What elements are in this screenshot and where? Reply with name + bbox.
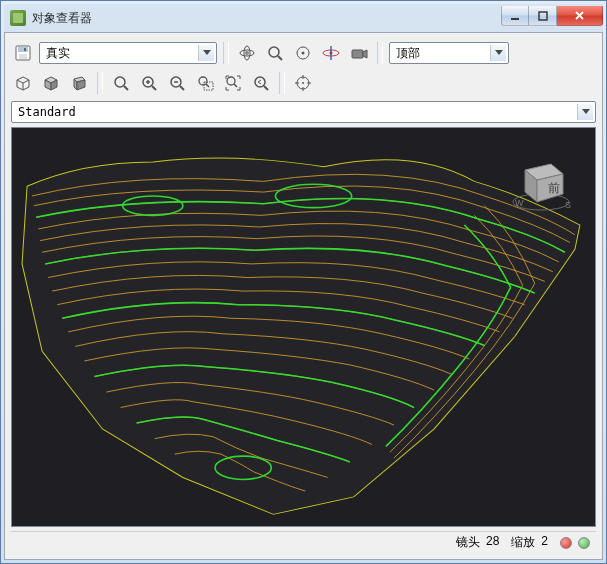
svg-point-8 bbox=[245, 51, 249, 55]
svg-point-9 bbox=[269, 47, 279, 57]
camera-button[interactable] bbox=[347, 41, 371, 65]
svg-point-12 bbox=[302, 52, 305, 55]
svg-rect-0 bbox=[511, 18, 519, 20]
zoom-prev-button[interactable] bbox=[249, 71, 273, 95]
status-leds bbox=[560, 537, 590, 549]
save-button[interactable] bbox=[11, 41, 35, 65]
svg-rect-1 bbox=[539, 12, 547, 20]
pan-button[interactable] bbox=[263, 41, 287, 65]
app-icon bbox=[10, 10, 26, 26]
chevron-down-icon bbox=[577, 104, 593, 120]
zoom-value: 2 bbox=[541, 534, 548, 551]
swivel-icon bbox=[321, 44, 341, 62]
layer-value: Standard bbox=[18, 105, 577, 119]
view-direction-value: 顶部 bbox=[396, 45, 490, 62]
view-direction-select[interactable]: 顶部 bbox=[389, 42, 509, 64]
zoom-in-icon bbox=[140, 74, 158, 92]
toolbar-row-2 bbox=[11, 71, 596, 101]
magnifier-icon bbox=[266, 44, 284, 62]
zoom-out-icon bbox=[168, 74, 186, 92]
svg-point-29 bbox=[227, 77, 235, 85]
svg-line-18 bbox=[124, 86, 128, 90]
zoom-prev-icon bbox=[252, 74, 270, 92]
svg-point-17 bbox=[115, 77, 125, 87]
svg-text:前: 前 bbox=[548, 181, 560, 195]
zoom-out-button[interactable] bbox=[165, 71, 189, 95]
minimize-button[interactable] bbox=[501, 6, 529, 26]
svg-rect-16 bbox=[352, 50, 363, 58]
viewport[interactable]: 前 W S bbox=[11, 127, 596, 527]
box-wire-button[interactable] bbox=[11, 71, 35, 95]
layer-row: Standard bbox=[11, 101, 596, 127]
separator bbox=[279, 72, 285, 94]
maximize-button[interactable] bbox=[529, 6, 557, 26]
orbit-free-button[interactable] bbox=[235, 41, 259, 65]
zoom-in-button[interactable] bbox=[137, 71, 161, 95]
chevron-down-icon bbox=[490, 45, 506, 61]
status-zoom: 缩放 2 bbox=[511, 534, 548, 551]
visual-style-value: 真实 bbox=[46, 45, 198, 62]
svg-line-10 bbox=[278, 56, 282, 60]
chevron-down-icon bbox=[198, 45, 214, 61]
svg-line-32 bbox=[264, 86, 268, 90]
titlebar[interactable]: 对象查看器 bbox=[4, 4, 603, 32]
statusbar: 镜头 28 缩放 2 bbox=[11, 531, 596, 553]
window-title: 对象查看器 bbox=[32, 10, 501, 27]
box-persp-icon bbox=[70, 74, 88, 92]
svg-line-25 bbox=[180, 86, 184, 90]
target-icon bbox=[294, 74, 312, 92]
box-solid-button[interactable] bbox=[39, 71, 63, 95]
zoom-label: 缩放 bbox=[511, 534, 535, 551]
visual-style-select[interactable]: 真实 bbox=[39, 42, 217, 64]
lens-label: 镜头 bbox=[456, 534, 480, 551]
svg-point-26 bbox=[199, 77, 207, 85]
zoom-window-icon bbox=[196, 74, 214, 92]
svg-rect-5 bbox=[24, 48, 26, 51]
zoom-selection-button[interactable] bbox=[291, 41, 315, 65]
toolbar-row-1: 真实 bbox=[11, 39, 596, 71]
svg-rect-4 bbox=[19, 54, 27, 59]
app-window: 对象查看器 真实 bbox=[0, 0, 607, 564]
svg-point-31 bbox=[255, 77, 265, 87]
zoom-extents-icon bbox=[224, 74, 242, 92]
svg-rect-3 bbox=[18, 47, 28, 52]
status-lens: 镜头 28 bbox=[456, 534, 499, 551]
viewcube[interactable]: 前 W S bbox=[505, 146, 577, 218]
separator bbox=[223, 42, 229, 64]
box-wire-icon bbox=[14, 74, 32, 92]
zoom-realtime-button[interactable] bbox=[109, 71, 133, 95]
content-area: 真实 bbox=[4, 32, 603, 560]
close-button[interactable] bbox=[557, 6, 603, 26]
box-solid-icon bbox=[42, 74, 60, 92]
zoom-window-button[interactable] bbox=[193, 71, 217, 95]
viewcube-icon: 前 W S bbox=[505, 146, 577, 218]
svg-point-15 bbox=[330, 52, 333, 55]
box-persp-button[interactable] bbox=[67, 71, 91, 95]
svg-line-30 bbox=[234, 84, 237, 87]
swivel-button[interactable] bbox=[319, 41, 343, 65]
orbit-free-icon bbox=[238, 44, 256, 62]
separator bbox=[377, 42, 383, 64]
status-led-green[interactable] bbox=[578, 537, 590, 549]
separator bbox=[97, 72, 103, 94]
save-icon bbox=[14, 44, 32, 62]
layer-select[interactable]: Standard bbox=[11, 101, 596, 123]
svg-text:S: S bbox=[565, 200, 571, 210]
target-button[interactable] bbox=[291, 71, 315, 95]
camera-icon bbox=[350, 44, 368, 62]
orbit-constrained-icon bbox=[294, 44, 312, 62]
lens-value: 28 bbox=[486, 534, 499, 551]
svg-line-27 bbox=[206, 84, 209, 87]
zoom-extents-button[interactable] bbox=[221, 71, 245, 95]
svg-text:W: W bbox=[515, 198, 524, 208]
svg-point-38 bbox=[302, 82, 304, 84]
zoom-realtime-icon bbox=[112, 74, 130, 92]
window-controls bbox=[501, 6, 603, 26]
svg-line-22 bbox=[152, 86, 156, 90]
status-led-red[interactable] bbox=[560, 537, 572, 549]
